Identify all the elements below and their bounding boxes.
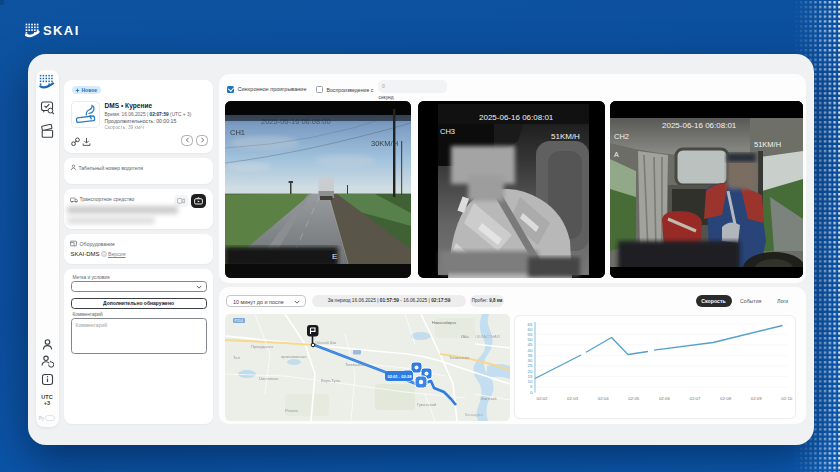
svg-text:02:02: 02:02 bbox=[536, 396, 548, 401]
svg-text:02:06: 02:06 bbox=[658, 396, 670, 401]
svg-text:Р254: Р254 bbox=[235, 319, 243, 323]
svg-text:ОБЛАСТНАЯ: ОБЛАСТНАЯ bbox=[475, 334, 500, 339]
svg-text:30KM/H: 30KM/H bbox=[371, 139, 398, 148]
svg-text:CH3: CH3 bbox=[440, 127, 455, 136]
svg-text:Регион: Регион bbox=[285, 408, 298, 413]
svg-text:02:01 - 02:28: 02:01 - 02:28 bbox=[388, 374, 413, 379]
svg-text:02:03: 02:03 bbox=[567, 396, 579, 401]
svg-text:Толмачёво: Толмачёво bbox=[345, 362, 366, 367]
svg-text:Элитный: Элитный bbox=[480, 396, 496, 401]
svg-text:2025-06-16 06:08:01: 2025-06-16 06:08:01 bbox=[479, 113, 554, 122]
svg-text:Обь: Обь bbox=[461, 334, 469, 339]
svg-text:Кольцово: Кольцово bbox=[465, 412, 483, 417]
svg-text:51KM/H: 51KM/H bbox=[551, 132, 580, 141]
svg-text:A: A bbox=[614, 151, 619, 158]
svg-text:02:05: 02:05 bbox=[628, 396, 640, 401]
svg-text:E: E bbox=[332, 252, 337, 261]
svg-text:25: 25 bbox=[527, 363, 532, 368]
svg-text:2025-06-16 06:08:00: 2025-06-16 06:08:00 bbox=[261, 117, 331, 126]
svg-text:прокоповская: прокоповская bbox=[281, 354, 306, 359]
svg-text:Тал: Тал bbox=[233, 355, 240, 360]
svg-text:CH2: CH2 bbox=[614, 132, 629, 141]
svg-text:02:10: 02:10 bbox=[781, 396, 793, 401]
svg-text:Новосибирск: Новосибирск bbox=[432, 320, 456, 325]
svg-text:02:08: 02:08 bbox=[720, 396, 732, 401]
svg-text:Чистопкая: Чистопкая bbox=[259, 376, 278, 381]
svg-text:Верх-Тула: Верх-Тула bbox=[321, 378, 341, 383]
svg-text:2025-06-16 06:08:01: 2025-06-16 06:08:01 bbox=[662, 121, 737, 130]
svg-text:Прокудская: Прокудская bbox=[251, 344, 273, 349]
svg-text:0: 0 bbox=[530, 390, 533, 395]
svg-text:Толмачево: Толмачево bbox=[449, 355, 470, 360]
svg-text:02:07: 02:07 bbox=[689, 396, 701, 401]
svg-text:02:09: 02:09 bbox=[750, 396, 762, 401]
svg-text:51KM/H: 51KM/H bbox=[754, 140, 781, 149]
svg-text:Гуменской: Гуменской bbox=[417, 402, 436, 407]
svg-text:Обской Чик: Обской Чик bbox=[315, 340, 337, 345]
svg-text:02:04: 02:04 bbox=[597, 396, 609, 401]
svg-text:55: 55 bbox=[527, 332, 532, 337]
svg-text:40: 40 bbox=[527, 348, 532, 353]
svg-text:5: 5 bbox=[530, 384, 533, 389]
svg-text:CH1: CH1 bbox=[230, 128, 245, 137]
